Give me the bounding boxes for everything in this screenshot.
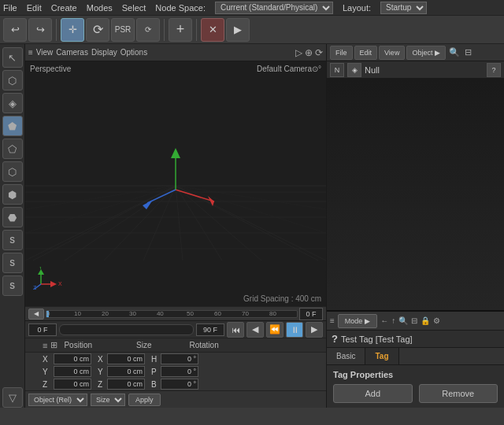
y-size-label: Y xyxy=(98,368,106,376)
tab-tag[interactable]: Tag xyxy=(365,348,398,364)
null-bar: N ◈ Null ? xyxy=(327,61,504,79)
rp-file-btn[interactable]: File xyxy=(330,46,353,60)
rp-view-btn[interactable]: View xyxy=(379,46,405,60)
sidebar-icon-s3[interactable]: S xyxy=(2,275,23,296)
layout-select[interactable]: Startup xyxy=(380,2,427,14)
y-label: Y xyxy=(43,368,50,376)
tick-70: 70 xyxy=(242,311,249,317)
sidebar-icon-shape6[interactable]: ⬣ xyxy=(2,207,23,227)
frame-input[interactable] xyxy=(28,323,57,336)
x-size-input[interactable] xyxy=(107,353,145,364)
vt-icon-arrow[interactable]: ▷ xyxy=(295,47,302,58)
move-button[interactable]: ✛ xyxy=(61,18,84,42)
p-rot-input[interactable] xyxy=(161,366,198,377)
tag-buttons: Add Remove xyxy=(333,384,498,403)
mode-arrow-up[interactable]: ↑ xyxy=(391,316,395,325)
pb-prev-frame[interactable]: ◀ xyxy=(246,322,264,338)
vt-display[interactable]: Display xyxy=(91,48,117,57)
z-pos-input[interactable] xyxy=(54,379,91,390)
vt-cameras[interactable]: Cameras xyxy=(56,48,88,57)
mode-filter[interactable]: ⊟ xyxy=(411,316,417,325)
add-tag-button[interactable]: Add xyxy=(333,384,413,403)
undo-button[interactable]: ↩ xyxy=(3,18,27,42)
sidebar-icon-cube[interactable]: ⬢ xyxy=(2,184,23,205)
mode-arrow: ▶ xyxy=(365,317,370,325)
sidebar-icon-shape5[interactable]: ⬡ xyxy=(2,161,23,182)
psr-button[interactable]: ⟳ xyxy=(136,18,160,42)
col-size: Size xyxy=(136,341,151,349)
rp-filter-icon[interactable]: ⊟ xyxy=(465,47,472,57)
sidebar-icon-s1[interactable]: S xyxy=(2,230,23,250)
apply-button[interactable]: Apply xyxy=(128,394,161,406)
vt-view[interactable]: View xyxy=(36,48,54,57)
sidebar-icon-bottom[interactable]: ▽ xyxy=(2,387,23,408)
redo-button[interactable]: ↪ xyxy=(28,18,52,42)
menu-edit[interactable]: Edit xyxy=(27,3,42,13)
rp-search-icon[interactable]: 🔍 xyxy=(449,47,460,57)
b-rot-input[interactable] xyxy=(161,379,198,390)
tag-properties: Tag Properties Add Remove xyxy=(327,365,504,408)
pb-play[interactable]: ▶ xyxy=(306,322,323,338)
sidebar-icon-shape3[interactable]: ⬟ xyxy=(2,116,23,136)
sidebar-icon-shape4[interactable]: ⬠ xyxy=(2,139,23,159)
sidebar-icon-shape1[interactable]: ⬡ xyxy=(2,70,23,91)
viewport-svg xyxy=(25,61,326,306)
add-button[interactable]: + xyxy=(169,18,192,42)
menu-create[interactable]: Create xyxy=(51,3,77,13)
mode-bar: ≡ Mode ▶ ← ↑ 🔍 ⊟ 🔒 ⚙ xyxy=(327,312,504,331)
sidebar-icon-shape2[interactable]: ◈ xyxy=(2,93,23,113)
rp-object-btn[interactable]: Object ▶ xyxy=(406,46,446,60)
svg-marker-30 xyxy=(50,281,57,287)
pb-pause[interactable]: ⏸ xyxy=(286,322,303,338)
rotate-button[interactable]: ⟳ xyxy=(86,18,109,42)
node-space-select[interactable]: Current (Standard/Physical) xyxy=(215,2,333,14)
toolbar-sep-3 xyxy=(196,19,197,41)
frame-display[interactable] xyxy=(299,308,323,320)
menu-modes[interactable]: Modes xyxy=(87,3,113,13)
grid-spacing: Grid Spacing : 400 cm xyxy=(243,294,321,303)
x-row: X X H xyxy=(25,353,326,365)
remove-tag-button[interactable]: Remove xyxy=(419,384,498,403)
mode-search[interactable]: 🔍 xyxy=(398,316,408,325)
vt-options[interactable]: Options xyxy=(120,48,147,57)
mode-gear[interactable]: ⚙ xyxy=(433,316,440,325)
fps-slider[interactable] xyxy=(59,324,194,335)
menu-select[interactable]: Select xyxy=(122,3,146,13)
tick-50: 50 xyxy=(187,311,194,317)
pb-rewind[interactable]: ⏪ xyxy=(266,322,284,338)
tab-basic[interactable]: Basic xyxy=(327,348,365,364)
panel-icon-hamburger[interactable]: ≡ xyxy=(43,341,47,350)
vt-icon-nav1[interactable]: ⊕ xyxy=(305,47,313,58)
rp-object-view-inner xyxy=(327,79,504,310)
sidebar-icon-cursor[interactable]: ↖ xyxy=(2,47,23,68)
test-tag-label: Test Tag [Test Tag] xyxy=(341,334,413,344)
sidebar-icon-s2[interactable]: S xyxy=(2,253,23,273)
y-pos-input[interactable] xyxy=(54,366,91,377)
axis-indicator: X Y Z xyxy=(33,267,65,292)
mode-lock[interactable]: 🔒 xyxy=(421,316,430,325)
x-pos-input[interactable] xyxy=(54,353,91,364)
z-size-input[interactable] xyxy=(107,379,145,390)
fps-input[interactable] xyxy=(196,323,224,336)
mode-button[interactable]: Mode ▶ xyxy=(338,314,378,328)
timeline-scroll-left[interactable]: ◀ xyxy=(28,309,44,320)
menu-file[interactable]: File xyxy=(3,3,17,13)
rp-edit-btn[interactable]: Edit xyxy=(354,46,378,60)
mode-hamburger[interactable]: ≡ xyxy=(330,316,335,325)
close-button[interactable]: ✕ xyxy=(201,18,224,42)
vt-hamburger[interactable]: ≡ xyxy=(28,48,33,57)
panel-icon-arrows[interactable]: ⊞ xyxy=(50,340,57,350)
pb-skip-start[interactable]: ⏮ xyxy=(227,322,244,338)
vt-icon-nav2[interactable]: ⟳ xyxy=(315,47,323,58)
scale-button[interactable]: PSR xyxy=(111,18,135,42)
viewport-3d[interactable]: Perspective Default Camera⊙° xyxy=(25,61,326,306)
z-row: Z Z B xyxy=(25,378,326,390)
y-size-input[interactable] xyxy=(107,366,145,377)
coord-mode-select[interactable]: Object (Rel) xyxy=(28,394,87,406)
null-help-icon[interactable]: ? xyxy=(487,63,501,77)
mode-arrow-left[interactable]: ← xyxy=(380,316,388,325)
size-mode-select[interactable]: Size xyxy=(91,394,125,406)
h-rot-input[interactable] xyxy=(161,353,198,364)
timeline-track[interactable]: 0 10 20 30 40 50 60 70 80 xyxy=(46,310,298,318)
render-button[interactable]: ▶ xyxy=(226,18,250,42)
